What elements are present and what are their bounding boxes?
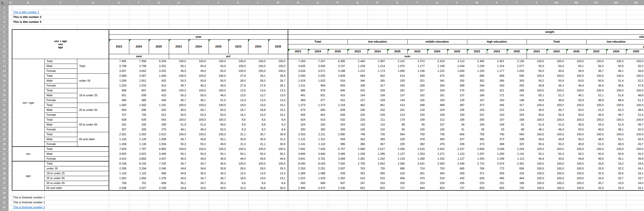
data-cell[interactable]: 300	[308, 127, 328, 132]
data-cell[interactable]: 50,4	[248, 151, 268, 156]
data-cell[interactable]: 120	[348, 122, 367, 127]
data-cell[interactable]: 1.299	[348, 151, 367, 156]
data-cell[interactable]: 212	[427, 117, 447, 122]
data-cell[interactable]: 100,0	[228, 69, 248, 73]
data-cell[interactable]: 105	[427, 127, 447, 132]
section-label-sex[interactable]: sex	[12, 147, 44, 161]
data-cell[interactable]: 3.389	[328, 151, 348, 156]
data-cell[interactable]: 49,9	[228, 156, 248, 161]
data-cell[interactable]: 33,6	[626, 161, 644, 166]
data-cell[interactable]: 319	[507, 171, 527, 176]
column-header-AD[interactable]: AD	[606, 0, 626, 5]
data-cell[interactable]: 185	[447, 117, 467, 122]
data-cell[interactable]: 3.635	[288, 64, 308, 69]
data-cell[interactable]: 365	[368, 171, 387, 176]
data-cell[interactable]: 1.212	[348, 69, 367, 73]
data-cell[interactable]: 50,8	[189, 78, 208, 83]
data-cell[interactable]: 543	[149, 117, 169, 122]
row-header-25[interactable]: 25	[0, 122, 8, 127]
data-cell[interactable]: 141	[507, 93, 527, 98]
row-header-41[interactable]: 41	[0, 200, 8, 205]
row-header-20[interactable]: 20	[0, 98, 8, 103]
data-cell[interactable]: 19,0	[248, 176, 268, 181]
data-cell[interactable]: 50,5	[209, 78, 228, 83]
data-cell[interactable]: 49,1	[547, 83, 566, 88]
data-cell[interactable]: 236	[348, 108, 367, 112]
data-cell[interactable]: 2.715	[467, 161, 487, 166]
data-cell[interactable]: 30,7	[209, 176, 228, 181]
data-cell[interactable]: 157	[348, 98, 367, 103]
data-cell[interactable]: 356	[487, 78, 507, 83]
data-cell[interactable]: 50,1	[209, 151, 228, 156]
data-cell[interactable]: 50,9	[606, 64, 626, 69]
data-cell[interactable]: 8.192	[129, 161, 149, 166]
age-group-label[interactable]: 18 to under 25	[77, 88, 109, 103]
data-cell[interactable]: 50,3	[169, 93, 189, 98]
year-cell[interactable]: 2024	[129, 39, 149, 54]
data-cell[interactable]: 727	[387, 186, 407, 190]
data-cell[interactable]: 666	[447, 132, 467, 137]
data-cell[interactable]: 1.214	[368, 64, 387, 69]
data-cell[interactable]: 367	[368, 142, 387, 147]
footnote-link[interactable]: This is footnote number 3	[13, 206, 45, 209]
data-cell[interactable]: 203	[387, 181, 407, 186]
data-cell[interactable]: 1.218	[328, 103, 348, 108]
data-cell[interactable]: 100,0	[169, 73, 189, 78]
data-cell[interactable]: 1.177	[407, 64, 427, 69]
data-cell[interactable]: 28,1	[248, 73, 268, 78]
data-cell[interactable]: 107	[427, 122, 447, 127]
data-cell[interactable]: 30,7	[248, 132, 268, 137]
section-label-sex-age[interactable]: sex / age	[12, 59, 44, 147]
data-cell[interactable]: 27,8	[248, 83, 268, 88]
year-cell[interactable]: 2023	[228, 39, 248, 54]
data-cell[interactable]: 2.700	[348, 161, 367, 166]
data-cell[interactable]: 620	[149, 108, 169, 112]
data-cell[interactable]: 1.143	[109, 137, 129, 142]
column-header-H[interactable]: H	[169, 0, 189, 5]
row-header-2[interactable]: 2	[0, 10, 8, 15]
data-cell[interactable]: 1.029	[109, 83, 129, 88]
data-cell[interactable]: 50,1	[209, 137, 228, 142]
data-cell[interactable]: 223	[407, 181, 427, 186]
data-cell[interactable]: 1.297	[467, 151, 487, 156]
data-cell[interactable]: 1.173	[368, 69, 387, 73]
row-header-37[interactable]: 37	[0, 181, 8, 186]
data-cell[interactable]: 2.007	[328, 166, 348, 171]
data-cell[interactable]: 2.012	[149, 132, 169, 137]
row-header-28[interactable]: 28	[0, 137, 8, 142]
age-group-label[interactable]: 25 to under 55	[77, 103, 109, 117]
row-header-7[interactable]: 7	[0, 34, 8, 39]
data-cell[interactable]: 34,8	[169, 171, 189, 176]
data-cell[interactable]: 1.281	[348, 156, 367, 161]
data-cell[interactable]: 100,0	[606, 73, 626, 78]
data-cell[interactable]: 1.113	[507, 156, 527, 161]
data-cell[interactable]: 755	[467, 132, 487, 137]
data-cell[interactable]: 137	[447, 93, 467, 98]
data-cell[interactable]: 100,0	[566, 88, 586, 93]
data-cell[interactable]: 656	[507, 166, 527, 171]
row-header-26[interactable]: 26	[0, 127, 8, 132]
row-label-cell[interactable]: Female	[44, 112, 77, 117]
data-cell[interactable]: 47,8	[626, 83, 644, 88]
data-cell[interactable]: 2.254	[507, 147, 527, 151]
data-cell[interactable]: 100,0	[228, 64, 248, 69]
data-cell[interactable]: 737	[447, 186, 467, 190]
data-cell[interactable]: 49,8	[566, 156, 586, 161]
data-cell[interactable]: 684	[348, 73, 367, 78]
data-cell[interactable]: 19,0	[248, 103, 268, 108]
data-cell[interactable]: 826	[487, 186, 507, 190]
data-cell[interactable]: 100,0	[189, 103, 208, 108]
data-cell[interactable]: 51,1	[586, 93, 606, 98]
year-cell[interactable]: 2024	[487, 49, 507, 54]
data-cell[interactable]: 1.242	[368, 156, 387, 161]
data-cell[interactable]: 49,7	[586, 69, 606, 73]
data-cell[interactable]: 205	[447, 181, 467, 186]
data-cell[interactable]: 385	[348, 142, 367, 147]
data-cell[interactable]: 30,8	[248, 186, 268, 190]
data-cell[interactable]: 30,9	[268, 186, 288, 190]
data-cell[interactable]: 30,9	[268, 132, 288, 137]
data-cell[interactable]: 2.580	[348, 147, 367, 151]
data-cell[interactable]: 51,9	[606, 122, 626, 127]
data-cell[interactable]: 50,2	[626, 151, 644, 156]
data-cell[interactable]: 7.834	[109, 147, 129, 151]
